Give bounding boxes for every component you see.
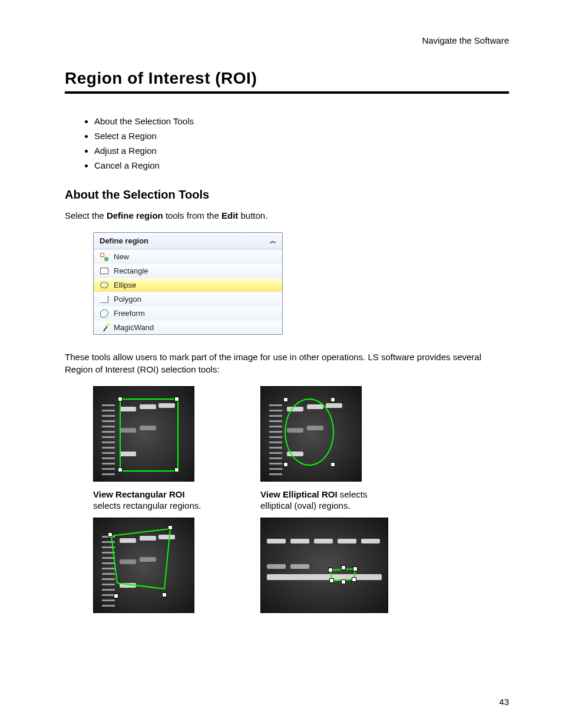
- panel-title: Define region: [100, 236, 148, 245]
- figure-caption: View Rectangular ROI selects rectangular…: [93, 489, 211, 512]
- running-header: Navigate the Software: [65, 35, 509, 45]
- new-icon: [100, 253, 109, 261]
- figure-rect-roi: View Rectangular ROI selects rectangular…: [93, 386, 211, 512]
- text-bold: Define region: [107, 210, 163, 220]
- gel-image-freeform: [260, 518, 388, 613]
- figure-caption: View Elliptical ROI selects elliptical (…: [260, 489, 378, 512]
- collapse-icon[interactable]: ︽: [270, 236, 276, 245]
- panel-item-label: New: [114, 252, 129, 261]
- text-bold: Edit: [222, 210, 238, 220]
- polygon-icon: [100, 296, 109, 303]
- toc-item: About the Selection Tools: [94, 116, 509, 126]
- panel-item-polygon[interactable]: Polygon: [94, 292, 282, 306]
- panel-item-new[interactable]: New: [94, 249, 282, 263]
- freeform-icon: [100, 309, 109, 318]
- define-region-panel: Define region ︽ New Rectangle Ellipse Po…: [93, 232, 283, 335]
- panel-header[interactable]: Define region ︽: [94, 233, 282, 249]
- figure-polygon-roi: [93, 518, 211, 613]
- gel-image-polygon: [93, 518, 194, 613]
- section-toc: About the Selection Tools Select a Regio…: [94, 116, 509, 170]
- toc-item: Adjust a Region: [94, 146, 509, 156]
- panel-item-magicwand[interactable]: MagicWand: [94, 320, 282, 334]
- subsection-title: About the Selection Tools: [65, 188, 509, 202]
- text: Select the: [65, 210, 107, 220]
- caption-bold: View Rectangular ROI: [93, 489, 185, 499]
- body-paragraph: These tools allow users to mark part of …: [65, 351, 509, 375]
- freeform-overlay-icon: [261, 518, 388, 612]
- panel-item-ellipse[interactable]: Ellipse: [94, 278, 282, 292]
- ellipse-icon: [100, 282, 109, 288]
- panel-item-freeform[interactable]: Freeform: [94, 306, 282, 320]
- page-number: 43: [499, 697, 509, 707]
- caption-bold: View Elliptical ROI: [260, 489, 338, 499]
- panel-item-label: Rectangle: [114, 266, 148, 275]
- panel-item-rectangle[interactable]: Rectangle: [94, 263, 282, 278]
- toc-item: Cancel a Region: [94, 160, 509, 170]
- rectangle-icon: [100, 268, 109, 274]
- panel-item-label: Polygon: [114, 295, 141, 304]
- magicwand-icon: [100, 324, 109, 332]
- section-title: Region of Interest (ROI): [65, 69, 509, 94]
- figure-ellipse-roi: View Elliptical ROI selects elliptical (…: [260, 386, 378, 512]
- toc-item: Select a Region: [94, 131, 509, 141]
- panel-item-label: Freeform: [114, 309, 145, 318]
- svg-marker-0: [111, 529, 170, 589]
- caption-text: selects rectangular regions.: [93, 500, 201, 510]
- gel-image-ellipse: [260, 386, 362, 482]
- text: tools from the: [163, 210, 222, 220]
- text: button.: [238, 210, 267, 220]
- intro-paragraph: Select the Define region tools from the …: [65, 210, 509, 222]
- figure-freeform-roi: [260, 518, 408, 613]
- gel-image-rect: [93, 386, 194, 482]
- panel-item-label: Ellipse: [114, 281, 136, 289]
- panel-item-label: MagicWand: [114, 323, 154, 332]
